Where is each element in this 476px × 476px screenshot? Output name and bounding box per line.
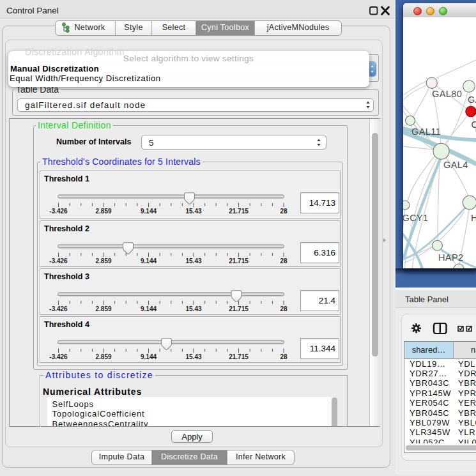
svg-text:15.43: 15.43 (185, 257, 201, 264)
svg-text:9.144: 9.144 (141, 353, 157, 360)
svg-text:GCY1: GCY1 (403, 213, 429, 223)
svg-text:2.859: 2.859 (95, 353, 111, 360)
svg-text:-3.426: -3.426 (49, 208, 68, 215)
svg-text:15.43: 15.43 (185, 208, 201, 215)
svg-text:GAL80: GAL80 (432, 89, 462, 99)
svg-text:21.715: 21.715 (229, 257, 249, 264)
svg-text:9.144: 9.144 (141, 208, 157, 215)
svg-text:GAL4: GAL4 (443, 160, 468, 170)
svg-text:2.859: 2.859 (95, 257, 111, 264)
svg-text:-3.426: -3.426 (49, 353, 68, 360)
svg-text:21.715: 21.715 (229, 208, 249, 215)
svg-text:HIS: HIS (471, 213, 476, 223)
svg-text:GAL11: GAL11 (411, 127, 441, 137)
svg-text:9.144: 9.144 (141, 257, 157, 264)
svg-text:28: 28 (280, 208, 288, 215)
svg-text:28: 28 (280, 257, 288, 264)
svg-text:21.715: 21.715 (229, 305, 249, 312)
svg-text:-3.426: -3.426 (49, 257, 68, 264)
svg-text:GA: GA (468, 95, 476, 105)
svg-text:2.859: 2.859 (95, 305, 111, 312)
svg-text:CY: CY (472, 119, 476, 130)
svg-text:28: 28 (280, 353, 288, 360)
svg-text:21.715: 21.715 (229, 353, 249, 360)
svg-text:15.43: 15.43 (185, 353, 201, 360)
svg-text:15.43: 15.43 (185, 305, 201, 312)
svg-text:9.144: 9.144 (141, 305, 157, 312)
svg-text:-3.426: -3.426 (49, 305, 68, 312)
svg-text:28: 28 (280, 305, 288, 312)
svg-text:HAP2: HAP2 (438, 252, 463, 263)
svg-text:2.859: 2.859 (95, 208, 111, 215)
